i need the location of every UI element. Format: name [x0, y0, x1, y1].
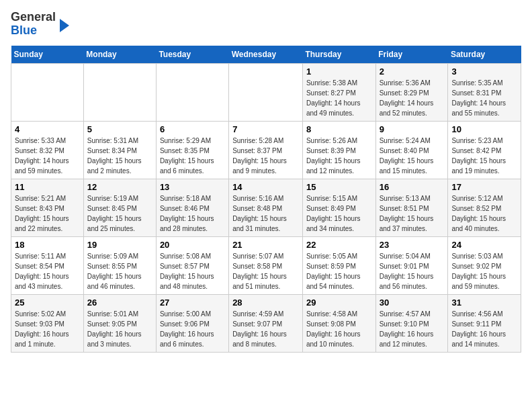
calendar-cell: 17Sunrise: 5:12 AM Sunset: 8:52 PM Dayli… [448, 179, 521, 236]
day-number: 7 [232, 124, 299, 134]
calendar-cell: 28Sunrise: 4:59 AM Sunset: 9:07 PM Dayli… [229, 294, 303, 352]
calendar-cell: 15Sunrise: 5:15 AM Sunset: 8:49 PM Dayli… [302, 179, 375, 236]
calendar-cell: 10Sunrise: 5:23 AM Sunset: 8:42 PM Dayli… [448, 121, 521, 179]
week-row-5: 25Sunrise: 5:02 AM Sunset: 9:03 PM Dayli… [11, 294, 521, 352]
calendar-cell: 12Sunrise: 5:19 AM Sunset: 8:45 PM Dayli… [83, 179, 156, 236]
day-info: Sunrise: 5:08 AM Sunset: 8:57 PM Dayligh… [160, 251, 225, 291]
logo-blue: Blue [11, 24, 37, 37]
weekday-header-wednesday: Wednesday [229, 46, 303, 64]
day-number: 2 [380, 66, 445, 77]
calendar-cell: 30Sunrise: 4:57 AM Sunset: 9:10 PM Dayli… [375, 294, 448, 352]
calendar-cell: 26Sunrise: 5:01 AM Sunset: 9:05 PM Dayli… [83, 294, 156, 352]
day-number: 22 [306, 240, 372, 250]
calendar-cell: 29Sunrise: 4:58 AM Sunset: 9:08 PM Dayli… [302, 294, 375, 352]
week-row-2: 4Sunrise: 5:33 AM Sunset: 8:32 PM Daylig… [11, 121, 521, 179]
day-number: 12 [87, 182, 152, 192]
day-info: Sunrise: 4:59 AM Sunset: 9:07 PM Dayligh… [232, 309, 299, 349]
calendar-cell: 22Sunrise: 5:05 AM Sunset: 8:59 PM Dayli… [302, 236, 375, 294]
day-info: Sunrise: 4:57 AM Sunset: 9:10 PM Dayligh… [380, 309, 445, 349]
calendar-cell: 14Sunrise: 5:16 AM Sunset: 8:48 PM Dayli… [229, 179, 303, 236]
day-info: Sunrise: 5:38 AM Sunset: 8:27 PM Dayligh… [306, 78, 372, 118]
day-info: Sunrise: 4:58 AM Sunset: 9:08 PM Dayligh… [306, 309, 372, 349]
day-info: Sunrise: 5:12 AM Sunset: 8:52 PM Dayligh… [451, 193, 517, 234]
week-row-4: 18Sunrise: 5:11 AM Sunset: 8:54 PM Dayli… [11, 236, 521, 294]
day-info: Sunrise: 5:03 AM Sunset: 9:02 PM Dayligh… [451, 251, 517, 291]
day-info: Sunrise: 4:56 AM Sunset: 9:11 PM Dayligh… [451, 309, 517, 349]
weekday-header-monday: Monday [83, 46, 156, 64]
day-number: 18 [15, 240, 80, 250]
weekday-header-tuesday: Tuesday [156, 46, 228, 64]
calendar-cell: 7Sunrise: 5:28 AM Sunset: 8:37 PM Daylig… [229, 121, 303, 179]
day-number: 6 [160, 124, 225, 134]
day-number: 13 [160, 182, 225, 192]
calendar-cell [229, 63, 303, 121]
day-number: 3 [451, 66, 517, 77]
calendar-cell [11, 63, 84, 121]
day-number: 23 [380, 240, 445, 250]
day-number: 26 [87, 298, 152, 308]
day-number: 15 [306, 182, 372, 192]
day-info: Sunrise: 5:29 AM Sunset: 8:35 PM Dayligh… [160, 136, 225, 176]
day-info: Sunrise: 5:21 AM Sunset: 8:43 PM Dayligh… [15, 193, 80, 234]
day-number: 24 [451, 240, 517, 250]
weekday-header-friday: Friday [375, 46, 448, 64]
day-info: Sunrise: 5:09 AM Sunset: 8:55 PM Dayligh… [87, 251, 152, 291]
day-info: Sunrise: 5:07 AM Sunset: 8:58 PM Dayligh… [232, 251, 299, 291]
calendar-cell: 18Sunrise: 5:11 AM Sunset: 8:54 PM Dayli… [11, 236, 84, 294]
day-number: 17 [451, 182, 517, 192]
weekday-header-row: SundayMondayTuesdayWednesdayThursdayFrid… [11, 46, 521, 64]
calendar-cell: 1Sunrise: 5:38 AM Sunset: 8:27 PM Daylig… [302, 63, 375, 121]
logo-arrow-icon [60, 19, 69, 32]
calendar-cell: 16Sunrise: 5:13 AM Sunset: 8:51 PM Dayli… [375, 179, 448, 236]
calendar-cell: 8Sunrise: 5:26 AM Sunset: 8:39 PM Daylig… [302, 121, 375, 179]
calendar-cell: 9Sunrise: 5:24 AM Sunset: 8:40 PM Daylig… [375, 121, 448, 179]
weekday-header-thursday: Thursday [302, 46, 375, 64]
weekday-header-saturday: Saturday [448, 46, 521, 64]
day-info: Sunrise: 5:04 AM Sunset: 9:01 PM Dayligh… [380, 251, 445, 291]
day-info: Sunrise: 5:11 AM Sunset: 8:54 PM Dayligh… [15, 251, 80, 291]
day-number: 10 [451, 124, 517, 134]
calendar-cell: 31Sunrise: 4:56 AM Sunset: 9:11 PM Dayli… [448, 294, 521, 352]
day-info: Sunrise: 5:24 AM Sunset: 8:40 PM Dayligh… [380, 136, 445, 176]
calendar-cell: 6Sunrise: 5:29 AM Sunset: 8:35 PM Daylig… [156, 121, 228, 179]
day-number: 16 [380, 182, 445, 192]
calendar-cell: 3Sunrise: 5:35 AM Sunset: 8:31 PM Daylig… [448, 63, 521, 121]
calendar-table: SundayMondayTuesdayWednesdayThursdayFrid… [11, 46, 521, 353]
day-number: 29 [306, 298, 372, 308]
day-info: Sunrise: 5:19 AM Sunset: 8:45 PM Dayligh… [87, 193, 152, 234]
calendar-cell: 13Sunrise: 5:18 AM Sunset: 8:46 PM Dayli… [156, 179, 228, 236]
day-info: Sunrise: 5:13 AM Sunset: 8:51 PM Dayligh… [380, 193, 445, 234]
day-info: Sunrise: 5:36 AM Sunset: 8:29 PM Dayligh… [380, 78, 445, 118]
calendar-cell: 23Sunrise: 5:04 AM Sunset: 9:01 PM Dayli… [375, 236, 448, 294]
day-info: Sunrise: 5:23 AM Sunset: 8:42 PM Dayligh… [451, 136, 517, 176]
day-number: 21 [232, 240, 299, 250]
day-number: 20 [160, 240, 225, 250]
day-number: 27 [160, 298, 225, 308]
day-number: 25 [15, 298, 80, 308]
day-number: 30 [380, 298, 445, 308]
calendar-cell: 20Sunrise: 5:08 AM Sunset: 8:57 PM Dayli… [156, 236, 228, 294]
day-info: Sunrise: 5:02 AM Sunset: 9:03 PM Dayligh… [15, 309, 80, 349]
calendar-cell: 19Sunrise: 5:09 AM Sunset: 8:55 PM Dayli… [83, 236, 156, 294]
day-number: 5 [87, 124, 152, 134]
day-number: 31 [451, 298, 517, 308]
day-number: 1 [306, 66, 372, 77]
logo: General Blue [11, 11, 69, 38]
day-info: Sunrise: 5:00 AM Sunset: 9:06 PM Dayligh… [160, 309, 225, 349]
day-number: 8 [306, 124, 372, 134]
day-number: 14 [232, 182, 299, 192]
day-info: Sunrise: 5:18 AM Sunset: 8:46 PM Dayligh… [160, 193, 225, 234]
weekday-header-sunday: Sunday [11, 46, 84, 64]
calendar-cell: 25Sunrise: 5:02 AM Sunset: 9:03 PM Dayli… [11, 294, 84, 352]
calendar-cell: 2Sunrise: 5:36 AM Sunset: 8:29 PM Daylig… [375, 63, 448, 121]
day-number: 28 [232, 298, 299, 308]
logo-general: General [11, 10, 56, 24]
calendar-cell: 4Sunrise: 5:33 AM Sunset: 8:32 PM Daylig… [11, 121, 84, 179]
calendar-cell: 24Sunrise: 5:03 AM Sunset: 9:02 PM Dayli… [448, 236, 521, 294]
day-number: 11 [15, 182, 80, 192]
day-number: 19 [87, 240, 152, 250]
calendar-cell: 27Sunrise: 5:00 AM Sunset: 9:06 PM Dayli… [156, 294, 228, 352]
day-number: 9 [380, 124, 445, 134]
day-info: Sunrise: 5:26 AM Sunset: 8:39 PM Dayligh… [306, 136, 372, 176]
day-info: Sunrise: 5:31 AM Sunset: 8:34 PM Dayligh… [87, 136, 152, 176]
